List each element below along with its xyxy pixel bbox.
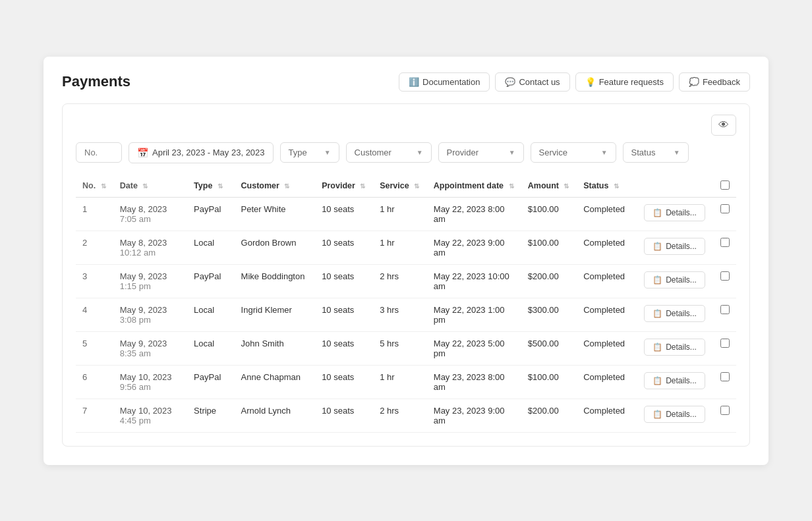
cell-date: May 8, 202310:12 am	[113, 231, 187, 264]
status-filter[interactable]: Status ▼	[623, 142, 689, 163]
sort-customer-icon: ⇅	[284, 182, 289, 190]
page-title: Payments	[62, 73, 130, 90]
cell-actions: 📋 Details...	[637, 264, 713, 298]
documentation-icon: ℹ️	[409, 77, 419, 87]
cell-checkbox[interactable]	[713, 298, 736, 331]
col-amount: Amount ⇅	[521, 175, 577, 198]
col-provider: Provider ⇅	[315, 175, 373, 198]
date-range-value: April 23, 2023 - May 23, 2023	[152, 148, 265, 157]
row-select-checkbox[interactable]	[720, 271, 730, 281]
details-button[interactable]: 📋 Details...	[644, 238, 705, 255]
cell-appt-date: May 23, 2023 8:00 am	[427, 365, 521, 398]
cell-actions: 📋 Details...	[637, 197, 713, 231]
service-filter-label: Service	[539, 148, 567, 157]
customer-filter[interactable]: Customer ▼	[346, 142, 432, 163]
type-chevron-icon: ▼	[324, 149, 331, 156]
row-select-checkbox[interactable]	[720, 372, 730, 381]
eye-row: 👁	[76, 115, 736, 136]
cell-type: Local	[187, 298, 234, 331]
cell-amount: $100.00	[521, 197, 577, 231]
cell-checkbox[interactable]	[713, 231, 736, 264]
details-button[interactable]: 📋 Details...	[644, 339, 705, 356]
cell-no: 2	[76, 231, 113, 264]
sort-no-icon: ⇅	[101, 182, 106, 190]
provider-filter[interactable]: Provider ▼	[438, 142, 524, 163]
cell-checkbox[interactable]	[713, 398, 736, 432]
details-icon: 📋	[652, 275, 662, 285]
service-filter[interactable]: Service ▼	[531, 142, 616, 163]
details-icon: 📋	[652, 410, 662, 419]
sort-service-icon: ⇅	[414, 182, 419, 190]
row-select-checkbox[interactable]	[720, 204, 730, 213]
type-filter-label: Type	[289, 148, 307, 157]
cell-amount: $100.00	[521, 365, 577, 398]
row-select-checkbox[interactable]	[720, 339, 730, 348]
feedback-icon: 💭	[689, 77, 699, 87]
details-button[interactable]: 📋 Details...	[644, 305, 705, 322]
cell-date: May 10, 20239:56 am	[113, 365, 187, 398]
cell-service: 1 hr	[373, 197, 427, 231]
feature-requests-label: Feature requests	[599, 77, 664, 87]
table-row: 1 May 8, 20237:05 am PayPal Peter White …	[76, 197, 736, 231]
no-filter-input[interactable]	[76, 142, 122, 163]
cell-status: Completed	[577, 298, 637, 331]
cell-provider: 10 seats	[315, 264, 373, 298]
cell-date: May 9, 20231:15 pm	[113, 264, 187, 298]
cell-status: Completed	[577, 264, 637, 298]
row-select-checkbox[interactable]	[720, 305, 730, 314]
details-button[interactable]: 📋 Details...	[644, 204, 705, 221]
visibility-button[interactable]: 👁	[711, 115, 736, 136]
cell-provider: 10 seats	[315, 398, 373, 432]
col-actions	[637, 175, 713, 198]
table-row: 2 May 8, 202310:12 am Local Gordon Brown…	[76, 231, 736, 264]
customer-filter-label: Customer	[355, 148, 392, 157]
row-select-checkbox[interactable]	[720, 406, 730, 415]
cell-checkbox[interactable]	[713, 365, 736, 398]
cell-customer: Arnold Lynch	[235, 398, 316, 432]
row-select-checkbox[interactable]	[720, 238, 730, 247]
col-no: No. ⇅	[76, 175, 113, 198]
cell-checkbox[interactable]	[713, 264, 736, 298]
cell-checkbox[interactable]	[713, 197, 736, 231]
cell-date: May 9, 20238:35 am	[113, 331, 187, 365]
cell-checkbox[interactable]	[713, 331, 736, 365]
cell-type: PayPal	[187, 264, 234, 298]
col-customer: Customer ⇅	[235, 175, 316, 198]
documentation-label: Documentation	[422, 77, 480, 87]
cell-status: Completed	[577, 231, 637, 264]
cell-actions: 📋 Details...	[637, 398, 713, 432]
cell-date: May 8, 20237:05 am	[113, 197, 187, 231]
col-date: Date ⇅	[113, 175, 187, 198]
table-row: 3 May 9, 20231:15 pm PayPal Mike Bodding…	[76, 264, 736, 298]
contact-us-label: Contact us	[519, 77, 560, 87]
table-row: 6 May 10, 20239:56 am PayPal Anne Chapma…	[76, 365, 736, 398]
col-select-all[interactable]	[713, 175, 736, 198]
table-row: 4 May 9, 20233:08 pm Local Ingrid Klemer…	[76, 298, 736, 331]
payments-table: No. ⇅ Date ⇅ Type ⇅ Customer ⇅ Provider	[76, 175, 736, 433]
details-icon: 📋	[652, 309, 662, 318]
details-icon: 📋	[652, 343, 662, 352]
sort-provider-icon: ⇅	[360, 182, 365, 190]
details-button[interactable]: 📋 Details...	[644, 271, 705, 288]
date-range-filter[interactable]: 📅 April 23, 2023 - May 23, 2023	[129, 142, 274, 163]
provider-filter-label: Provider	[447, 148, 478, 157]
contact-us-button[interactable]: 💬 Contact us	[495, 72, 569, 92]
feedback-button[interactable]: 💭 Feedback	[679, 72, 750, 92]
cell-amount: $100.00	[521, 231, 577, 264]
type-filter[interactable]: Type ▼	[280, 142, 339, 163]
cell-amount: $200.00	[521, 398, 577, 432]
col-service: Service ⇅	[373, 175, 427, 198]
documentation-button[interactable]: ℹ️ Documentation	[399, 72, 490, 92]
feature-icon: 💡	[585, 77, 596, 87]
cell-appt-date: May 23, 2023 9:00 am	[427, 398, 521, 432]
header-actions: ℹ️ Documentation 💬 Contact us 💡 Feature …	[399, 72, 750, 92]
cell-actions: 📋 Details...	[637, 298, 713, 331]
status-filter-label: Status	[631, 148, 656, 157]
select-all-checkbox[interactable]	[720, 180, 730, 190]
col-appt-date: Appointment date ⇅	[427, 175, 521, 198]
feature-requests-button[interactable]: 💡 Feature requests	[575, 72, 674, 92]
service-chevron-icon: ▼	[601, 149, 608, 156]
details-button[interactable]: 📋 Details...	[644, 406, 705, 423]
details-button[interactable]: 📋 Details...	[644, 372, 705, 389]
cell-customer: Peter White	[235, 197, 316, 231]
